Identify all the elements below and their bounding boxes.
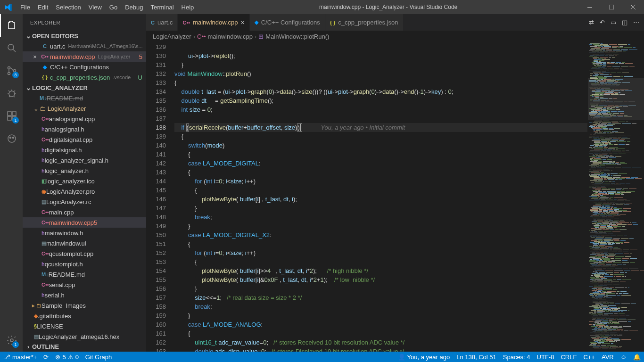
tree-file[interactable]: C••mainwindow.cpp5 [23, 217, 146, 228]
more-icon[interactable]: ⋯ [633, 19, 639, 26]
split-right-icon[interactable]: ◫ [622, 19, 627, 26]
open-editor-item[interactable]: ◆C/C++ Configurations [23, 62, 146, 72]
activity-platformio[interactable] [0, 127, 23, 150]
menu-selection[interactable]: Selection [52, 0, 84, 14]
svg-rect-1217 [615, 319, 618, 319]
open-editor-item[interactable]: Cuart.cHardware\MCAL_ATmega16\s... [23, 41, 146, 51]
tree-file[interactable]: hlogic_analyzer.h [23, 165, 146, 176]
svg-rect-1135 [621, 300, 627, 300]
tree-file[interactable]: ◧logic_analyzer.ico [23, 176, 146, 186]
breadcrumb-item[interactable]: LogicAnalyzer [153, 33, 191, 40]
menu-edit[interactable]: Edit [34, 0, 52, 14]
tree-file[interactable]: hanalogsignal.h [23, 124, 146, 134]
compare-icon[interactable]: ⇄ [589, 19, 594, 26]
tree-folder[interactable]: ▸ 🗀Sample_Images [23, 300, 146, 311]
tree-file[interactable]: ▤LogicAnalyzer.rc [23, 197, 146, 207]
status-target[interactable]: AVR [598, 352, 617, 362]
split-down-icon[interactable]: ▭ [611, 19, 616, 26]
svg-rect-520 [603, 161, 612, 162]
workspace-header[interactable]: ⌄LOGIC_ANALYZER [23, 82, 146, 93]
activity-search[interactable] [0, 37, 23, 59]
tree-file[interactable]: hmainwindow.h [23, 228, 146, 238]
editor-tab[interactable]: C••mainwindow.cpp× [178, 14, 249, 31]
breadcrumb-item[interactable]: MainWindow::plotRun() [265, 33, 329, 40]
outline-header[interactable]: ›OUTLINE [23, 341, 146, 352]
maximize-button[interactable] [601, 0, 622, 14]
svg-rect-114 [621, 66, 628, 66]
tree-file[interactable]: §LICENSE [23, 321, 146, 331]
editor-tab[interactable]: Cuart.c [146, 14, 178, 31]
activity-settings[interactable]: 1 [0, 329, 23, 352]
menu-debug[interactable]: Debug [121, 0, 147, 14]
svg-rect-125 [604, 69, 609, 69]
svg-rect-731 [603, 209, 606, 210]
svg-rect-770 [602, 217, 605, 217]
svg-rect-86 [594, 59, 601, 60]
tree-folder[interactable]: ⌄🗀 LogicAnalyzer [23, 103, 146, 114]
tree-file[interactable]: ▤mainwindow.ui [23, 238, 146, 248]
tree-file[interactable]: M↓README.md [23, 93, 146, 103]
svg-rect-656 [598, 193, 604, 194]
svg-rect-425 [602, 140, 611, 141]
minimize-button[interactable] [579, 0, 601, 14]
tree-file[interactable]: C••main.cpp [23, 207, 146, 217]
menu-help[interactable]: Help [178, 0, 198, 14]
tree-file[interactable]: ◉LogicAnalyzer.pro [23, 186, 146, 197]
status-bell[interactable]: 🔔 [630, 352, 644, 362]
open-editor-item[interactable]: { }c_cpp_properties.json.vscodeU [23, 72, 146, 82]
rc-icon: ▤ [41, 199, 46, 205]
tree-file[interactable]: ▤LogicAnalyzer_atmega16.hex [23, 331, 146, 341]
status-problems[interactable]: ⊗5⚠0 [52, 352, 82, 362]
status-git-graph[interactable]: Git Graph [82, 352, 115, 362]
close-icon[interactable]: × [30, 53, 40, 60]
breadcrumb-item[interactable]: mainwindow.cpp [208, 33, 253, 40]
svg-rect-1016 [614, 271, 623, 271]
svg-rect-497 [599, 155, 607, 155]
svg-rect-572 [601, 174, 607, 175]
svg-rect-462 [594, 149, 603, 149]
status-sync[interactable]: ⟳ [40, 352, 52, 362]
tree-file[interactable]: C••serial.cpp [23, 280, 146, 290]
status-position[interactable]: Ln 138, Col 51 [453, 352, 500, 362]
tree-file[interactable]: C••analogsignal.cpp [23, 114, 146, 124]
svg-rect-1266 [598, 329, 607, 329]
revert-icon[interactable]: ↶ [600, 19, 605, 26]
open-editor-item[interactable]: ×C••mainwindow.cppLogicAnalyzer5 [23, 51, 146, 62]
menu-file[interactable]: File [17, 0, 34, 14]
status-feedback[interactable]: ☺ [617, 352, 630, 362]
activity-debug[interactable] [0, 82, 23, 105]
close-button[interactable] [622, 0, 644, 14]
status-spaces[interactable]: Spaces: 4 [500, 352, 534, 362]
status-eol[interactable]: CRLF [557, 352, 580, 362]
tree-file[interactable]: hlogic_analyzer_signal.h [23, 155, 146, 165]
menu-view[interactable]: View [85, 0, 106, 14]
tree-file[interactable]: M↓README.md [23, 269, 146, 280]
status-language[interactable]: C++ [580, 352, 598, 362]
tree-file[interactable]: C••digitalsignal.cpp [23, 134, 146, 145]
activity-explorer[interactable] [0, 14, 23, 37]
svg-rect-1326 [611, 343, 613, 344]
breadcrumbs[interactable]: LogicAnalyzer› C•• mainwindow.cpp› ⊞ Mai… [146, 31, 644, 42]
tree-file[interactable]: hqcustomplot.h [23, 259, 146, 269]
tree-file[interactable]: hdigitalsignal.h [23, 145, 146, 155]
tree-file[interactable]: C••qcustomplot.cpp [23, 248, 146, 259]
menu-terminal[interactable]: Terminal [147, 0, 177, 14]
code-editor[interactable]: 1291301311321331341351361371381391401411… [146, 42, 644, 352]
editor-tab[interactable]: { }c_cpp_properties.json [325, 14, 404, 31]
activity-scm[interactable]: 8 [0, 59, 23, 82]
minimap[interactable] [587, 42, 644, 352]
status-blame[interactable]: 👤 You, a year ago [395, 352, 454, 362]
tree-file[interactable]: ◆.gitattributes [23, 311, 146, 321]
open-editors-header[interactable]: ⌄OPEN EDITORS [23, 31, 146, 41]
tab-close-icon[interactable]: × [241, 19, 245, 26]
svg-rect-683 [589, 200, 599, 200]
activity-extensions[interactable]: 1 [0, 105, 23, 127]
editor-tab[interactable]: ◆C/C++ Configurations [250, 14, 325, 31]
svg-point-7 [8, 73, 10, 75]
menu-go[interactable]: Go [106, 0, 121, 14]
status-branch[interactable]: ⎇master*+ [0, 352, 40, 362]
svg-rect-633 [602, 189, 607, 189]
svg-rect-0 [587, 7, 592, 8]
tree-file[interactable]: hserial.h [23, 290, 146, 300]
status-encoding[interactable]: UTF-8 [534, 352, 558, 362]
